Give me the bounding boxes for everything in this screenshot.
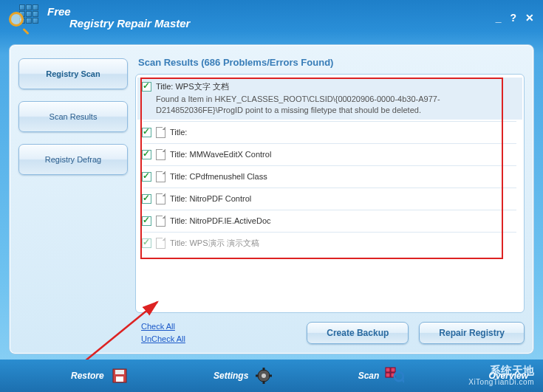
- result-checkbox[interactable]: [142, 172, 151, 182]
- create-backup-button[interactable]: Create Backup: [307, 322, 409, 344]
- sidebar-item-scan-results[interactable]: Scan Results: [18, 101, 128, 132]
- document-icon: [156, 171, 165, 182]
- separator: [143, 165, 516, 166]
- document-icon: [156, 193, 165, 204]
- scan-icon: [385, 366, 404, 385]
- bottom-item-label: Settings: [214, 371, 248, 381]
- result-title: Title:: [170, 127, 518, 138]
- bottom-item-overview[interactable]: Overview: [489, 371, 528, 381]
- separator: [143, 232, 516, 233]
- sidebar-item-label: Registry Scan: [46, 69, 100, 78]
- result-item[interactable]: Title: NitroPDF Control: [137, 190, 522, 208]
- document-icon: [156, 127, 165, 138]
- result-title: Title: MMWaveEditX Control: [170, 149, 518, 160]
- sidebar-item-label: Scan Results: [49, 112, 98, 121]
- result-checkbox[interactable]: [142, 82, 151, 92]
- document-icon: [156, 238, 165, 249]
- result-checkbox[interactable]: [142, 216, 151, 226]
- separator: [143, 121, 516, 122]
- result-item[interactable]: Title: WPS演示 演示文稿: [137, 234, 522, 252]
- result-title: Title: NitroPDF.IE.ActiveDoc: [170, 216, 518, 227]
- sidebar-item-registry-scan[interactable]: Registry Scan: [18, 58, 128, 89]
- separator: [143, 188, 516, 188]
- result-detail: Found a Item in HKEY_CLASSES_ROOT\CLSID\…: [156, 94, 518, 116]
- bottom-item-restore[interactable]: Restore: [71, 366, 129, 385]
- results-scroll[interactable]: Title: WPS文字 文档 Found a Item in HKEY_CLA…: [136, 75, 524, 312]
- title-bar: Free Registry Repair Master _ ? ✕: [0, 0, 543, 35]
- svg-rect-12: [386, 373, 390, 377]
- panel-actions: Check All UnCheck All Create Backup Repa…: [135, 320, 525, 345]
- result-item[interactable]: Title: WPS文字 文档 Found a Item in HKEY_CLA…: [137, 78, 522, 120]
- close-button[interactable]: ✕: [525, 12, 534, 24]
- separator: [143, 143, 516, 144]
- minimize-button[interactable]: _: [496, 12, 502, 24]
- result-title: Title: CPdfmenushell Class: [170, 171, 518, 182]
- document-icon: [156, 149, 165, 160]
- repair-registry-button[interactable]: Repair Registry: [419, 322, 525, 344]
- uncheck-all-link[interactable]: UnCheck All: [141, 333, 185, 345]
- result-title: Title: NitroPDF Control: [170, 193, 518, 204]
- result-text: Title: WPS文字 文档 Found a Item in HKEY_CLA…: [156, 81, 518, 116]
- floppy-icon: [110, 366, 129, 385]
- main-panel: Registry Scan Scan Results Registry Defr…: [9, 44, 534, 354]
- result-title: Title: WPS演示 演示文稿: [170, 238, 518, 249]
- app-title: Free Registry Repair Master: [47, 6, 190, 30]
- result-checkbox[interactable]: [142, 238, 151, 248]
- svg-point-14: [395, 372, 403, 381]
- result-checkbox[interactable]: [142, 128, 151, 137]
- sidebar: Registry Scan Scan Results Registry Defr…: [18, 54, 128, 345]
- result-checkbox[interactable]: [142, 194, 151, 204]
- svg-rect-10: [386, 368, 390, 372]
- help-button[interactable]: ?: [510, 12, 516, 24]
- content-area: Scan Results (686 Problems/Errors Found)…: [135, 54, 525, 345]
- result-item[interactable]: Title: NitroPDF.IE.ActiveDoc: [137, 212, 522, 230]
- document-icon: [156, 216, 165, 227]
- window-controls: _ ? ✕: [496, 12, 534, 24]
- sidebar-item-label: Registry Defrag: [45, 155, 101, 164]
- bottom-item-label: Overview: [489, 371, 528, 381]
- select-links: Check All UnCheck All: [141, 320, 185, 345]
- svg-point-5: [262, 374, 266, 378]
- svg-rect-3: [116, 376, 123, 382]
- bottom-bar: Restore Settings Scan Overview: [0, 360, 543, 392]
- result-item[interactable]: Title:: [137, 123, 522, 142]
- bottom-item-label: Restore: [71, 371, 104, 381]
- check-all-link[interactable]: Check All: [141, 320, 185, 333]
- result-item[interactable]: Title: CPdfmenushell Class: [137, 168, 522, 186]
- bottom-item-settings[interactable]: Settings: [214, 366, 273, 385]
- gear-icon: [254, 366, 273, 385]
- separator: [143, 210, 516, 210]
- app-title-line1: Free: [47, 6, 190, 17]
- sidebar-item-registry-defrag[interactable]: Registry Defrag: [18, 144, 128, 175]
- result-item[interactable]: Title: MMWaveEditX Control: [137, 145, 522, 164]
- results-heading: Scan Results (686 Problems/Errors Found): [138, 57, 525, 68]
- app-logo-icon: [9, 3, 38, 32]
- svg-rect-2: [115, 370, 124, 374]
- bottom-item-label: Scan: [358, 371, 380, 381]
- result-title: Title: WPS文字 文档: [156, 82, 229, 91]
- result-checkbox[interactable]: [142, 150, 151, 159]
- app-title-line2: Registry Repair Master: [69, 17, 190, 30]
- bottom-item-scan[interactable]: Scan: [358, 366, 405, 385]
- svg-rect-11: [391, 368, 395, 372]
- results-list: Title: WPS文字 文档 Found a Item in HKEY_CLA…: [135, 74, 525, 313]
- svg-line-15: [403, 380, 404, 383]
